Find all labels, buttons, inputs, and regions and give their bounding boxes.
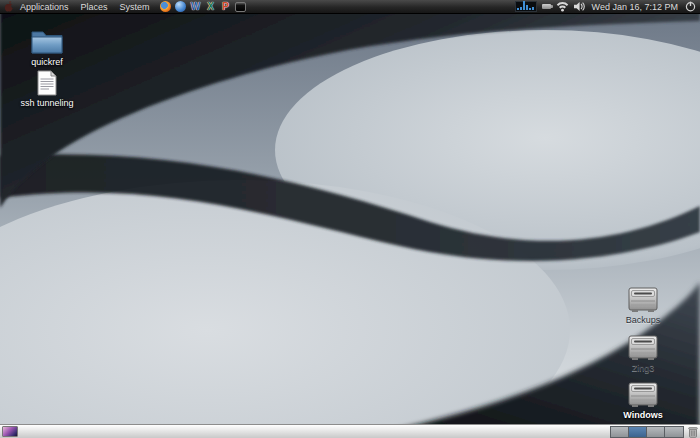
icon-label: quickref bbox=[31, 57, 63, 67]
workspace-switcher bbox=[610, 426, 684, 438]
harddrive-icon bbox=[627, 286, 659, 313]
workspace-cell-4[interactable] bbox=[665, 427, 683, 437]
powerpoint-icon[interactable]: P bbox=[220, 1, 232, 13]
battery-icon[interactable] bbox=[542, 4, 551, 9]
volume-icon[interactable] bbox=[574, 1, 585, 12]
clock-applet[interactable]: Wed Jan 16, 7:12 PM bbox=[590, 2, 680, 12]
firefox-icon[interactable] bbox=[160, 1, 172, 13]
workspace-cell-3[interactable] bbox=[647, 427, 665, 437]
bottom-panel bbox=[0, 424, 700, 438]
icon-label: Backups bbox=[626, 315, 661, 325]
desktop-icon-ssh-tunneling[interactable]: ssh tunneling bbox=[12, 70, 82, 108]
icon-label: ssh tunneling bbox=[20, 98, 73, 108]
launcher-bar: W X P bbox=[160, 1, 247, 13]
system-tray: Wed Jan 16, 7:12 PM bbox=[515, 1, 696, 12]
cpu-monitor-applet[interactable] bbox=[515, 1, 537, 12]
apple-logo-icon[interactable] bbox=[4, 1, 14, 13]
menu-applications[interactable]: Applications bbox=[14, 0, 75, 14]
desktop-icon-quickref[interactable]: quickref bbox=[12, 28, 82, 67]
document-icon bbox=[36, 70, 58, 96]
word-icon[interactable]: W bbox=[190, 1, 202, 13]
excel-icon[interactable]: X bbox=[205, 1, 217, 13]
workspace-cell-2[interactable] bbox=[629, 427, 647, 437]
workspace-cell-1[interactable] bbox=[611, 427, 629, 437]
desktop-icon-backups[interactable]: Backups bbox=[608, 286, 678, 325]
menu-system[interactable]: System bbox=[114, 0, 156, 14]
trash-icon[interactable] bbox=[688, 426, 698, 438]
top-panel: Applications Places System W X P bbox=[0, 0, 700, 14]
icon-label: Windows bbox=[623, 410, 662, 420]
harddrive-icon bbox=[627, 334, 659, 361]
desktop-screen: Applications Places System W X P bbox=[0, 0, 700, 438]
wallpaper[interactable] bbox=[0, 0, 700, 438]
terminal-icon[interactable] bbox=[235, 1, 247, 13]
desktop-icon-windows[interactable]: Windows bbox=[608, 381, 678, 420]
show-desktop-button[interactable] bbox=[2, 426, 18, 437]
harddrive-icon bbox=[627, 381, 659, 408]
power-icon[interactable] bbox=[685, 1, 696, 12]
icon-label: Zing3 bbox=[632, 363, 655, 373]
desktop-icon-zing3[interactable]: Zing3 bbox=[608, 334, 678, 373]
menu-places[interactable]: Places bbox=[75, 0, 114, 14]
wifi-icon[interactable] bbox=[556, 1, 569, 12]
web-browser-icon[interactable] bbox=[175, 1, 187, 13]
folder-icon bbox=[30, 28, 64, 55]
